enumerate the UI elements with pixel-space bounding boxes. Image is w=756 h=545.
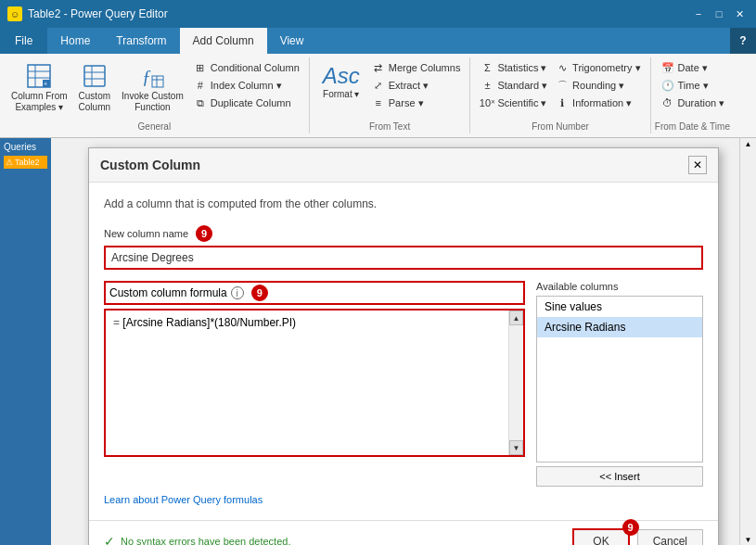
extract-icon: ⤢ [371, 78, 386, 93]
rounding-button[interactable]: ⌒ Rounding ▾ [551, 77, 644, 94]
available-columns-label: Available columns [536, 281, 703, 292]
formula-label-row: Custom column formula i 9 [104, 281, 525, 305]
sidebar-item-table2[interactable]: ⚠ Table2 [4, 156, 47, 169]
custom-column-button[interactable]: CustomColumn [73, 59, 116, 115]
status-check-icon: ✓ [104, 534, 115, 545]
parse-icon: ≡ [371, 95, 386, 110]
index-column-button[interactable]: # Index Column ▾ [189, 77, 303, 94]
custom-column-icon [80, 61, 109, 91]
content-area: ▲ ▼ Custom Column ✕ Add a column that is… [51, 138, 756, 545]
duplicate-column-button[interactable]: ⧉ Duplicate Column [189, 95, 303, 111]
badge-ok: 9 [622, 519, 639, 536]
window-controls: − □ ✕ [689, 5, 749, 23]
close-button[interactable]: ✕ [730, 5, 749, 23]
invoke-function-label: Invoke CustomFunction [122, 91, 184, 113]
svg-rect-6 [84, 66, 105, 86]
column-name-input[interactable] [104, 246, 703, 270]
sidebar-label: Queries [4, 142, 47, 152]
formula-scrollbar[interactable]: ▲ ▼ [508, 311, 523, 455]
column-from-examples-icon: + [24, 61, 54, 91]
title-bar: ☺ Table2 - Power Query Editor − □ ✕ [0, 0, 756, 28]
ribbon-small-items-number: Σ Statistics ▾ ± Standard ▾ 10ˣ Scientif… [476, 59, 551, 111]
maximize-button[interactable]: □ [710, 5, 728, 23]
formula-label: Custom column formula [109, 286, 227, 299]
tab-home[interactable]: Home [47, 28, 103, 54]
duration-button[interactable]: ⏱ Duration ▾ [657, 95, 729, 111]
extract-button[interactable]: ⤢ Extract ▾ [367, 77, 465, 94]
badge-column-name: 9 [196, 225, 212, 242]
cancel-button[interactable]: Cancel [637, 529, 703, 545]
ribbon-group-general-label: General [0, 121, 309, 132]
trigonometry-button[interactable]: ∿ Trigonometry ▾ [551, 59, 644, 76]
tab-file[interactable]: File [0, 28, 47, 54]
rounding-icon: ⌒ [555, 78, 570, 93]
ribbon-group-from-date-time-label: From Date & Time [651, 121, 735, 132]
duration-icon: ⏱ [660, 95, 675, 110]
formula-text: = [Arcsine Radians]*(180/Number.PI) [113, 316, 516, 329]
available-columns-list: Sine values Arcsine Radians [536, 296, 703, 463]
formula-scroll-down[interactable]: ▼ [509, 440, 523, 455]
formula-box[interactable]: = [Arcsine Radians]*(180/Number.PI) ▲ ▼ [104, 309, 525, 457]
available-item-sine-values[interactable]: Sine values [537, 297, 702, 317]
statistics-icon: Σ [480, 60, 494, 75]
main-area: Queries ⚠ Table2 ▲ ▼ Custom Column ✕ Add [0, 138, 756, 545]
dialog-buttons: OK 9 Cancel [572, 528, 703, 545]
formula-info-icon[interactable]: i [231, 286, 244, 299]
custom-column-dialog: Custom Column ✕ Add a column that is com… [88, 147, 719, 545]
date-icon: 📅 [660, 60, 675, 75]
column-from-examples-label: Column FromExamples ▾ [11, 91, 68, 113]
ok-button[interactable]: OK [572, 528, 629, 545]
ribbon-content: + Column FromExamples ▾ CustomColumn ƒ [0, 54, 756, 137]
invoke-custom-function-button[interactable]: ƒ Invoke CustomFunction [116, 59, 189, 115]
minimize-button[interactable]: − [689, 5, 708, 23]
standard-icon: ± [480, 78, 494, 93]
parse-button[interactable]: ≡ Parse ▾ [367, 95, 465, 111]
dialog-title: Custom Column [100, 158, 200, 172]
tab-view[interactable]: View [267, 28, 317, 54]
ribbon-tab-bar: File Home Transform Add Column View ? [0, 28, 756, 54]
merge-columns-icon: ⇄ [371, 60, 386, 75]
help-button[interactable]: ? [730, 28, 756, 54]
standard-button[interactable]: ± Standard ▾ [476, 77, 551, 94]
ribbon-group-from-number-label: From Number [470, 121, 649, 132]
format-label: Format ▾ [323, 89, 359, 99]
badge-formula: 9 [251, 285, 268, 301]
information-icon: ℹ [555, 95, 570, 110]
formula-scroll-track [509, 325, 523, 440]
ribbon-small-items-text: ⇄ Merge Columns ⤢ Extract ▾ ≡ Parse ▾ [367, 59, 465, 111]
available-item-arcsine-radians[interactable]: Arcsine Radians [537, 317, 702, 337]
ribbon-small-items-date-time: 📅 Date ▾ 🕐 Time ▾ ⏱ Duration ▾ [657, 59, 729, 111]
date-button[interactable]: 📅 Date ▾ [657, 59, 729, 76]
scientific-icon: 10ˣ [480, 95, 494, 110]
column-from-examples-button[interactable]: + Column FromExamples ▾ [6, 59, 73, 115]
dialog-titlebar: Custom Column ✕ [89, 148, 718, 183]
ribbon-small-items-general: ⊞ Conditional Column # Index Column ▾ ⧉ … [189, 59, 303, 111]
insert-button[interactable]: << Insert [536, 466, 703, 487]
invoke-function-icon: ƒ [137, 61, 167, 91]
format-button[interactable]: Asc Format ▾ [315, 59, 367, 103]
conditional-column-button[interactable]: ⊞ Conditional Column [189, 59, 303, 76]
index-column-icon: # [193, 78, 208, 93]
ok-button-wrapper: OK 9 [572, 528, 629, 545]
sidebar: Queries ⚠ Table2 [0, 138, 51, 545]
duplicate-column-icon: ⧉ [193, 95, 208, 110]
learn-link[interactable]: Learn about Power Query formulas [104, 494, 703, 505]
new-column-name-label: New column name 9 [104, 225, 703, 242]
formula-scroll-up[interactable]: ▲ [509, 311, 523, 325]
ribbon-group-from-date-time: 📅 Date ▾ 🕐 Time ▾ ⏱ Duration ▾ From Date… [651, 57, 735, 133]
tab-transform[interactable]: Transform [103, 28, 179, 54]
ribbon-group-from-text: Asc Format ▾ ⇄ Merge Columns ⤢ Extract ▾… [310, 57, 471, 133]
scientific-button[interactable]: 10ˣ Scientific ▾ [476, 95, 551, 111]
window-title: Table2 - Power Query Editor [28, 7, 168, 20]
dialog-close-button[interactable]: ✕ [688, 156, 707, 174]
time-icon: 🕐 [660, 78, 675, 93]
svg-rect-11 [152, 76, 163, 87]
merge-columns-button[interactable]: ⇄ Merge Columns [367, 59, 465, 76]
svg-text:ƒ: ƒ [142, 67, 151, 87]
statistics-button[interactable]: Σ Statistics ▾ [476, 59, 551, 76]
tab-add-column[interactable]: Add Column [180, 28, 267, 54]
new-column-name-section: New column name 9 [104, 225, 703, 270]
information-button[interactable]: ℹ Information ▾ [551, 95, 644, 111]
dialog-footer: ✓ No syntax errors have been detected. O… [89, 520, 718, 545]
time-button[interactable]: 🕐 Time ▾ [657, 77, 729, 94]
